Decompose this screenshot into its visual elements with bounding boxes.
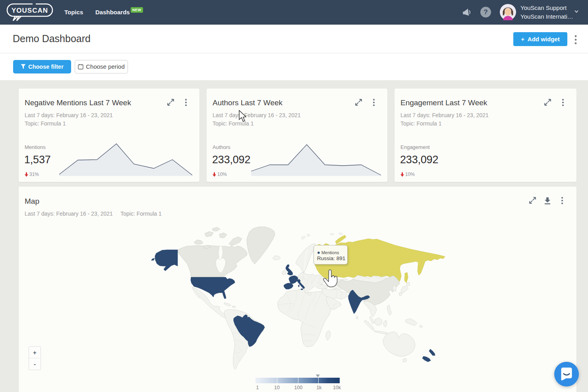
svg-text:YOUSCAN: YOUSCAN bbox=[12, 7, 48, 14]
